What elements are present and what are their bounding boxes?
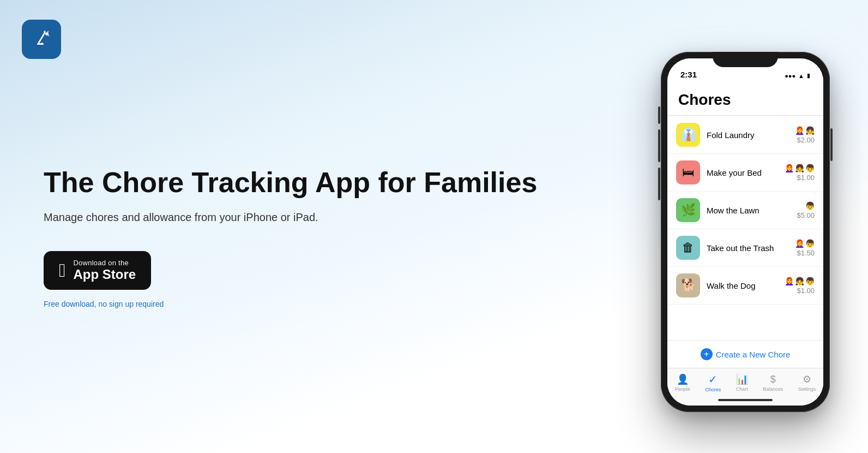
tab-chores[interactable]: ✓ Chores [705, 373, 721, 392]
mow-lawn-icon: 🌿 [681, 203, 696, 217]
chore-name-walk-dog: Walk the Dog [707, 281, 778, 290]
app-store-btn-text: Download on the App Store [73, 259, 136, 283]
tab-chart[interactable]: 📊 Chart [736, 373, 748, 392]
chore-list: 👔 Fold Laundry 👩‍🦰 👧 $2.00 [667, 116, 823, 340]
chart-icon: 📊 [736, 373, 748, 385]
create-chore-label: Create a New Chore [716, 350, 791, 359]
status-time: 2:31 [680, 70, 697, 80]
tab-balances-label: Balances [763, 386, 783, 392]
svg-point-4 [48, 35, 50, 37]
create-chore-plus-icon: + [701, 348, 713, 360]
status-icons: ●●● ▲ ▮ [785, 72, 810, 80]
avatar-1: 👩‍🦰 [795, 126, 804, 135]
power-btn [830, 128, 833, 161]
hero-subtitle: Manage chores and allowance from your iP… [44, 211, 606, 224]
page-wrapper: The Chore Tracking App for Families Mana… [0, 0, 868, 453]
app-header: Chores [667, 82, 823, 116]
home-indicator-bar [718, 399, 773, 401]
left-content: The Chore Tracking App for Families Mana… [0, 112, 639, 342]
phone-side-button-right [830, 128, 833, 161]
phone-side-buttons-left [658, 106, 660, 200]
chore-avatars-mow-lawn: 👦 [805, 201, 815, 210]
make-bed-icon: 🛏 [682, 165, 694, 180]
download-on-label: Download on the [73, 259, 136, 267]
balances-icon: $ [770, 374, 776, 385]
chores-tab-icon: ✓ [708, 373, 718, 386]
chore-icon-trash: 🗑 [676, 236, 700, 260]
phone-notch [713, 52, 778, 67]
walk-dog-icon: 🐕 [681, 278, 696, 293]
chore-right-trash: 👩‍🦰 👦 $1.50 [795, 239, 815, 257]
volume-down-btn [658, 129, 660, 162]
chore-icon-mow-lawn: 🌿 [676, 198, 700, 222]
chore-item-mow-lawn[interactable]: 🌿 Mow the Lawn 👦 $5.00 [667, 192, 823, 229]
avatar-1: 👩‍🦰 [795, 239, 804, 248]
apple-icon:  [59, 261, 65, 279]
chore-right-make-bed: 👩‍🦰 👧 👦 $1.00 [785, 164, 815, 182]
chore-name-trash: Take out the Trash [707, 243, 788, 253]
chore-name-mow-lawn: Mow the Lawn [707, 206, 790, 215]
hero-title: The Chore Tracking App for Families [44, 166, 606, 199]
silent-btn [658, 168, 660, 200]
fold-laundry-icon: 👔 [681, 128, 696, 142]
volume-up-btn [658, 106, 660, 124]
avatar-2: 👧 [795, 164, 804, 172]
free-download-text: Free download, no sign up required [44, 300, 606, 308]
chore-item-make-bed[interactable]: 🛏 Make your Bed 👩‍🦰 👧 👦 $1.00 [667, 154, 823, 192]
chore-icon-make-bed: 🛏 [676, 160, 700, 184]
avatar-1: 👩‍🦰 [785, 277, 794, 285]
chore-right-mow-lawn: 👦 $5.00 [797, 201, 815, 219]
avatar-2: 👧 [795, 277, 804, 285]
chore-price-make-bed: $1.00 [797, 174, 815, 182]
chore-item-trash[interactable]: 🗑 Take out the Trash 👩‍🦰 👦 $1.50 [667, 229, 823, 267]
signal-icon: ●●● [785, 73, 795, 79]
svg-point-2 [44, 31, 46, 33]
avatar-3: 👦 [805, 164, 815, 172]
app-content: Chores 👔 Fold Laundry 👩‍🦰 [667, 82, 823, 406]
app-store-button[interactable]:  Download on the App Store [44, 251, 151, 290]
phone-mockup: 2:31 ●●● ▲ ▮ Chores [661, 52, 830, 412]
chore-icon-fold-laundry: 👔 [676, 123, 700, 147]
home-indicator [667, 395, 823, 406]
tab-bar: 👤 People ✓ Chores 📊 Chart $ [667, 368, 823, 395]
tab-chores-label: Chores [705, 387, 721, 392]
chore-avatars-walk-dog: 👩‍🦰 👧 👦 [785, 277, 815, 285]
chore-price-walk-dog: $1.00 [797, 287, 815, 295]
chore-right-fold-laundry: 👩‍🦰 👧 $2.00 [795, 126, 815, 144]
chore-item-fold-laundry[interactable]: 👔 Fold Laundry 👩‍🦰 👧 $2.00 [667, 116, 823, 154]
chore-avatars-fold-laundry: 👩‍🦰 👧 [795, 126, 815, 135]
app-logo [22, 20, 61, 59]
chore-price-trash: $1.50 [797, 249, 815, 257]
app-screen-title: Chores [678, 91, 731, 108]
chore-avatars-make-bed: 👩‍🦰 👧 👦 [785, 164, 815, 172]
create-chore-button[interactable]: + Create a New Chore [667, 340, 823, 368]
tab-people[interactable]: 👤 People [675, 373, 690, 392]
right-content: 2:31 ●●● ▲ ▮ Chores [639, 41, 868, 412]
tab-settings[interactable]: ⚙ Settings [798, 373, 816, 392]
avatar-2: 👦 [805, 239, 815, 248]
tab-settings-label: Settings [798, 386, 816, 392]
chore-item-walk-dog[interactable]: 🐕 Walk the Dog 👩‍🦰 👧 👦 $1.00 [667, 267, 823, 305]
phone-screen: 2:31 ●●● ▲ ▮ Chores [667, 58, 823, 406]
tab-balances[interactable]: $ Balances [763, 374, 783, 392]
battery-icon: ▮ [807, 72, 810, 79]
settings-icon: ⚙ [803, 373, 811, 385]
avatar-2: 👧 [805, 126, 815, 135]
people-icon: 👤 [677, 373, 689, 385]
avatar-3: 👦 [805, 277, 815, 285]
tab-chart-label: Chart [736, 386, 748, 392]
avatar-1: 👩‍🦰 [785, 164, 794, 172]
trash-icon: 🗑 [682, 241, 694, 255]
chore-avatars-trash: 👩‍🦰 👦 [795, 239, 815, 248]
chore-right-walk-dog: 👩‍🦰 👧 👦 $1.00 [785, 277, 815, 295]
svg-point-3 [47, 31, 49, 33]
chore-price-fold-laundry: $2.00 [797, 136, 815, 144]
chore-price-mow-lawn: $5.00 [797, 211, 815, 219]
chore-name-fold-laundry: Fold Laundry [707, 130, 788, 140]
wifi-icon: ▲ [798, 73, 804, 79]
chore-name-make-bed: Make your Bed [707, 168, 778, 177]
tab-people-label: People [675, 386, 690, 392]
app-store-label: App Store [73, 267, 136, 283]
avatar-1: 👦 [805, 201, 815, 210]
chore-icon-walk-dog: 🐕 [676, 273, 700, 297]
